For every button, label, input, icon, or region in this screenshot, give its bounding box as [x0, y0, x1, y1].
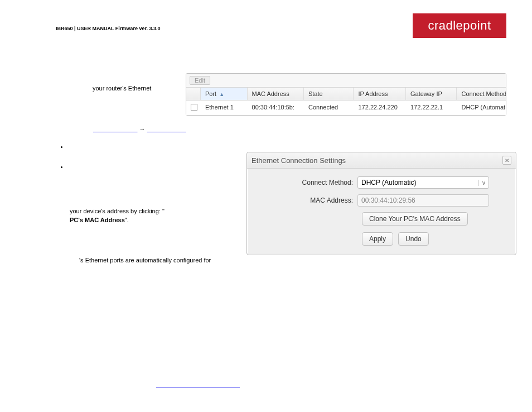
addr-line1: your device's address by clicking: "	[70, 208, 165, 214]
body-fragment-1: your router's Ethernet	[93, 85, 151, 92]
col-method-header[interactable]: Connect Method	[457, 88, 506, 100]
nav-link-left[interactable]	[93, 126, 137, 132]
row-method: DHCP (Automatic	[457, 100, 506, 115]
brand-logo: cradlepoint	[413, 13, 506, 38]
col-gw-header[interactable]: Gateway IP	[406, 88, 457, 100]
footer-link-underline[interactable]	[156, 387, 240, 387]
edit-button[interactable]: Edit	[190, 76, 210, 85]
mac-address-input[interactable]: 00:30:44:10:29:56	[357, 194, 489, 207]
nav-link-row: →	[93, 126, 186, 132]
chevron-down-icon: v	[478, 180, 485, 186]
addr-bold: PC's MAC Address	[70, 217, 125, 223]
row-gw: 172.22.22.1	[406, 100, 457, 115]
col-check-header	[186, 88, 201, 100]
bullet-item-2	[68, 163, 235, 170]
sort-asc-icon: ▲	[219, 92, 224, 97]
connect-method-value: DHCP (Automatic)	[361, 179, 416, 186]
dialog-body: Connect Method: DHCP (Automatic) v MAC A…	[247, 169, 516, 255]
row-checkbox-cell[interactable]	[186, 100, 201, 115]
close-icon[interactable]: ✕	[502, 156, 511, 165]
connect-method-label: Connect Method:	[257, 179, 357, 186]
col-port-label: Port	[205, 90, 216, 97]
undo-button[interactable]: Undo	[398, 232, 429, 246]
header-breadcrumb: IBR650 | USER MANUAL Firmware ver. 3.3.0	[56, 26, 160, 31]
col-port-header[interactable]: Port ▲	[201, 88, 248, 100]
mac-address-label: MAC Address:	[257, 197, 357, 204]
clone-mac-button[interactable]: Clone Your PC's MAC Address	[362, 212, 468, 226]
checkbox-icon[interactable]	[191, 104, 197, 111]
col-ip-header[interactable]: IP Address	[354, 88, 406, 100]
ethernet-table-panel: Edit Port ▲ MAC Address State IP Address…	[186, 73, 506, 116]
bullet-item-1	[68, 143, 235, 150]
apply-button[interactable]: Apply	[362, 232, 393, 246]
mac-address-row: MAC Address: 00:30:44:10:29:56	[257, 194, 506, 207]
row-mac: 00:30:44:10:5b:	[248, 100, 304, 115]
table-toolbar: Edit	[186, 74, 506, 88]
table-header-row: Port ▲ MAC Address State IP Address Gate…	[186, 88, 506, 100]
ethernet-settings-dialog: Ethernet Connection Settings ✕ Connect M…	[246, 152, 516, 255]
connect-method-select[interactable]: DHCP (Automatic) v	[357, 176, 489, 189]
row-port: Ethernet 1	[201, 100, 248, 115]
table-row[interactable]: Ethernet 1 00:30:44:10:5b: Connected 172…	[186, 100, 506, 115]
address-text-block: your device's address by clicking: " PC'…	[70, 207, 165, 224]
bullet-list	[57, 143, 235, 183]
dialog-titlebar: Ethernet Connection Settings ✕	[247, 152, 516, 169]
footer-fragment: 's Ethernet ports are automatically conf…	[79, 257, 286, 264]
dialog-action-row: Apply Undo	[257, 232, 506, 246]
addr-tail: ".	[125, 217, 129, 223]
clone-row: Clone Your PC's MAC Address	[257, 212, 506, 226]
col-mac-header[interactable]: MAC Address	[248, 88, 304, 100]
col-state-header[interactable]: State	[304, 88, 354, 100]
dialog-title: Ethernet Connection Settings	[252, 156, 346, 165]
nav-link-right[interactable]	[147, 126, 186, 132]
row-state: Connected	[304, 100, 354, 115]
arrow-icon: →	[139, 126, 146, 132]
row-ip: 172.22.24.220	[354, 100, 406, 115]
connect-method-row: Connect Method: DHCP (Automatic) v	[257, 176, 506, 189]
